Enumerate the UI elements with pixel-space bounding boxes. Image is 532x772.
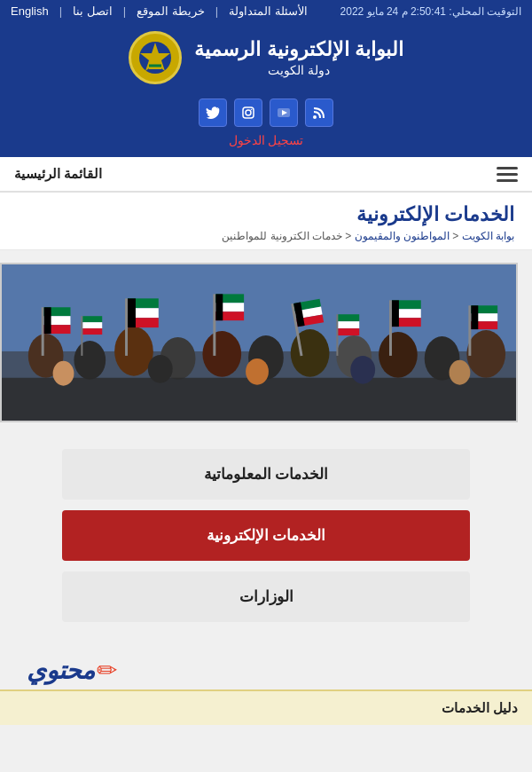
svg-rect-55 — [81, 316, 82, 356]
svg-point-65 — [148, 355, 173, 383]
svg-point-67 — [350, 356, 375, 384]
svg-point-22 — [379, 332, 418, 378]
svg-rect-39 — [215, 294, 223, 320]
youtube-icon[interactable] — [270, 98, 298, 127]
svg-rect-56 — [82, 316, 102, 322]
social-bar — [0, 91, 532, 130]
service-guide-bar: دليل الخدمات — [0, 689, 532, 725]
site-title: البوابة الإلكترونية الرسمية — [194, 38, 403, 61]
nav-bar: القائمة الرئيسية — [0, 157, 532, 193]
local-time: التوقيت المحلي: 2:50:41 م 24 مايو 2022 — [340, 5, 521, 18]
page-title: الخدمات الإلكترونية — [18, 203, 514, 226]
svg-rect-49 — [392, 300, 399, 327]
site-header: البوابة الإلكترونية الرسمية دولة الكويت — [0, 22, 532, 91]
info-services-button[interactable]: الخدمات المعلوماتية — [62, 449, 470, 500]
contact-link[interactable]: اتصل بنا — [73, 4, 113, 18]
header-text: البوابة الإلكترونية الرسمية دولة الكويت — [194, 38, 403, 77]
page-title-section: الخدمات الإلكترونية بوابة الكويت < الموا… — [0, 193, 532, 250]
svg-rect-60 — [338, 314, 359, 321]
svg-rect-57 — [82, 322, 102, 328]
svg-point-68 — [450, 360, 471, 385]
service-guide-label: دليل الخدمات — [442, 700, 518, 715]
watermark-text: محتوي — [27, 656, 95, 685]
breadcrumb-citizens[interactable]: المواطنون والمقيمون — [355, 230, 450, 242]
svg-rect-34 — [128, 298, 136, 327]
svg-rect-54 — [471, 305, 478, 329]
watermark: ✏ محتوي — [27, 656, 117, 685]
sitemap-link[interactable]: خريطة الموقع — [137, 4, 205, 18]
breadcrumb-current: خدمات الكترونية للمواطنين — [222, 230, 342, 242]
svg-rect-25 — [42, 307, 44, 356]
svg-point-66 — [246, 358, 269, 385]
login-bar: تسجيل الدخول — [0, 130, 532, 157]
svg-rect-62 — [338, 328, 359, 335]
rss-icon[interactable] — [305, 98, 333, 127]
login-link[interactable]: تسجيل الدخول — [229, 133, 304, 147]
lang-english[interactable]: English — [11, 4, 49, 18]
twitter-icon[interactable] — [199, 98, 227, 127]
breadcrumb: بوابة الكويت < المواطنون والمقيمون < خدم… — [18, 230, 514, 242]
watermark-pen-icon: ✏ — [97, 656, 117, 685]
svg-rect-61 — [338, 321, 359, 328]
svg-point-64 — [53, 361, 74, 386]
nav-title: القائمة الرئيسية — [14, 166, 102, 182]
svg-point-24 — [466, 330, 505, 378]
hero-image — [0, 263, 518, 422]
svg-point-11 — [251, 109, 253, 111]
faq-link[interactable]: الأسئلة المتداولة — [229, 4, 308, 18]
hamburger-menu[interactable] — [497, 167, 518, 182]
svg-point-18 — [202, 331, 241, 377]
svg-rect-35 — [213, 294, 215, 356]
svg-rect-5 — [149, 67, 161, 70]
svg-rect-4 — [149, 62, 161, 65]
coat-of-arms-icon — [129, 31, 182, 84]
svg-rect-45 — [389, 300, 392, 356]
svg-rect-58 — [82, 328, 102, 335]
ministries-button[interactable]: الوزارات — [62, 571, 470, 622]
electronic-services-button[interactable]: الخدمات الإلكترونية — [62, 510, 470, 561]
svg-point-20 — [291, 329, 330, 377]
svg-point-10 — [246, 110, 251, 115]
top-bar: التوقيت المحلي: 2:50:41 م 24 مايو 2022 ا… — [0, 0, 532, 22]
services-content: الخدمات المعلوماتية الخدمات الإلكترونية … — [0, 435, 532, 636]
svg-point-16 — [114, 327, 153, 376]
svg-rect-9 — [243, 107, 254, 118]
breadcrumb-portal[interactable]: بوابة الكويت — [462, 230, 514, 242]
bottom-area: ✏ محتوي — [0, 636, 532, 689]
svg-rect-59 — [336, 314, 338, 356]
svg-point-6 — [313, 115, 317, 119]
site-subtitle: دولة الكويت — [194, 63, 403, 77]
svg-rect-30 — [125, 298, 128, 356]
svg-point-15 — [74, 341, 106, 380]
top-nav-links: الأسئلة المتداولة | خريطة الموقع | اتصل … — [11, 4, 308, 18]
svg-rect-29 — [44, 307, 51, 334]
svg-rect-50 — [468, 305, 471, 356]
instagram-icon[interactable] — [234, 98, 262, 127]
